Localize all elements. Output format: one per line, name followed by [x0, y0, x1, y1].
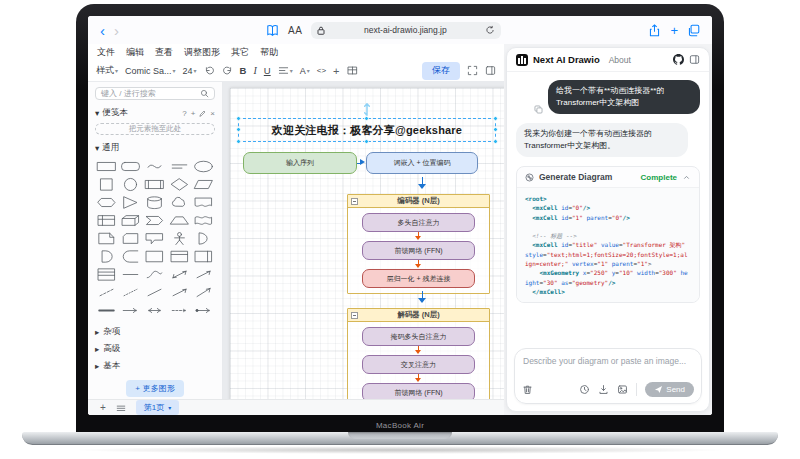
container-shape[interactable] — [143, 248, 166, 264]
menu-item[interactable]: 其它 — [231, 46, 249, 59]
embedding-node[interactable]: 词嵌入 + 位置编码 — [366, 152, 478, 174]
browser-forward-button[interactable]: › — [114, 23, 119, 38]
generate-diagram-header[interactable]: Generate Diagram Complete — [517, 167, 699, 187]
xml-code-block[interactable]: <root> <mxCell id="0"/> <mxCell id="1" p… — [517, 187, 699, 302]
font-size-dropdown[interactable]: 24▾ — [183, 66, 197, 76]
align-dropdown[interactable]: ▾ — [278, 65, 293, 76]
curve-shape[interactable] — [143, 266, 166, 282]
github-icon[interactable] — [673, 54, 684, 65]
pages-menu-icon[interactable] — [116, 403, 126, 413]
trapezoid-shape[interactable] — [168, 212, 191, 228]
actor-shape[interactable] — [168, 230, 191, 246]
square-shape[interactable] — [95, 176, 118, 192]
page-tab[interactable]: 第1页▾ — [136, 400, 179, 415]
browser-back-button[interactable]: ‹ — [100, 23, 105, 38]
rounded-rect-shape[interactable] — [119, 158, 142, 174]
selection-handle[interactable] — [493, 127, 498, 132]
save-button[interactable]: 保存 — [422, 62, 460, 80]
fullscreen-icon[interactable] — [467, 65, 478, 76]
diamond-shape[interactable] — [168, 176, 191, 192]
dashed-line-1-shape[interactable] — [95, 284, 118, 300]
container-title-shape[interactable] — [168, 248, 191, 264]
diagonal-arrow-shape[interactable] — [192, 266, 215, 282]
tabs-icon[interactable] — [687, 24, 700, 37]
rect-shape[interactable] — [95, 158, 118, 174]
image-icon[interactable] — [617, 384, 628, 395]
encoder-container[interactable]: 编码器 (N层) 多头自注意力前馈网络 (FFN)层归一化 + 残差连接 — [347, 194, 490, 294]
menu-item[interactable]: 文件 — [97, 46, 115, 59]
underline-button[interactable]: U — [264, 65, 271, 76]
heading-shape[interactable] — [168, 158, 191, 174]
add-page-button[interactable]: + — [100, 402, 106, 413]
tape-shape[interactable] — [192, 212, 215, 228]
download-icon[interactable] — [598, 384, 609, 395]
bold-button[interactable]: B — [240, 65, 247, 76]
or-shape[interactable] — [192, 230, 215, 246]
style-dropdown[interactable]: 样式▾ — [96, 64, 118, 77]
ellipse-shape[interactable] — [192, 158, 215, 174]
and-shape[interactable] — [95, 248, 118, 264]
diagram-node[interactable]: 前馈网络 (FFN) — [362, 241, 475, 260]
scratchpad-dropzone[interactable]: 把元素拖至此处 — [95, 123, 215, 135]
diagram-node[interactable]: 层归一化 + 残差连接 — [362, 269, 475, 288]
trash-icon[interactable] — [522, 384, 533, 395]
list-shape[interactable] — [95, 266, 118, 282]
selection-handle[interactable] — [364, 116, 369, 121]
line-thin-shape[interactable] — [143, 284, 166, 300]
redo-icon[interactable] — [222, 65, 233, 76]
text-size-button[interactable]: AA — [288, 25, 302, 36]
diagonal-arrow-2-shape[interactable] — [168, 284, 191, 300]
panel-toggle-icon[interactable] — [689, 54, 700, 65]
address-bar[interactable]: next-ai-drawio.jiang.jp — [311, 22, 501, 39]
scratchpad-section[interactable]: ▾ 便笺本 ? + × — [95, 107, 215, 119]
horizontal-line-shape[interactable] — [119, 266, 142, 282]
collapse-icon[interactable] — [351, 198, 358, 205]
share-icon[interactable] — [648, 24, 661, 37]
circle-shape[interactable] — [119, 176, 142, 192]
send-button[interactable]: Send — [645, 382, 694, 397]
new-tab-button[interactable]: + — [670, 23, 678, 38]
shape-search-input[interactable]: 键入 / 进行搜索 — [95, 87, 215, 100]
labeled-connector-shape[interactable] — [192, 302, 215, 318]
data-storage-shape[interactable] — [119, 248, 142, 264]
sidebar-section[interactable]: ▸基本 — [95, 357, 215, 374]
selection-handle[interactable] — [493, 116, 498, 121]
about-link[interactable]: About — [609, 55, 631, 65]
card-shape[interactable] — [119, 230, 142, 246]
selection-handle[interactable] — [236, 116, 241, 121]
note-shape[interactable] — [95, 230, 118, 246]
bidirectional-arrow-shape[interactable] — [168, 266, 191, 282]
directional-connector-shape[interactable] — [119, 302, 142, 318]
selection-handle[interactable] — [236, 127, 241, 132]
selection-handle[interactable] — [364, 139, 369, 144]
format-panel-toggle-icon[interactable] — [485, 65, 496, 76]
link-shape[interactable] — [95, 302, 118, 318]
triangle-shape[interactable] — [119, 194, 142, 210]
history-icon[interactable] — [579, 384, 590, 395]
selected-title-node[interactable]: 欢迎关注电报：极客分享@geekshare — [238, 118, 496, 142]
edit-pencil-icon[interactable] — [199, 110, 206, 117]
menu-item[interactable]: 查看 — [155, 46, 173, 59]
undo-icon[interactable] — [204, 65, 215, 76]
help-icon[interactable]: ? — [182, 109, 186, 118]
decoder-container[interactable]: 解码器 (N层) 掩码多头自注意力交叉注意力前馈网络 (FFN) — [347, 308, 490, 399]
dashed-line-2-shape[interactable] — [119, 284, 142, 300]
diagram-canvas[interactable]: 欢迎关注电报：极客分享@geekshare 输入序列 — [223, 82, 504, 399]
cube-shape[interactable] — [119, 212, 142, 228]
dashed-connector-shape[interactable] — [168, 302, 191, 318]
copy-icon[interactable] — [534, 105, 543, 114]
font-color-dropdown[interactable]: A▾ — [300, 66, 310, 76]
internal-storage-shape[interactable] — [95, 212, 118, 228]
cylinder-shape[interactable] — [143, 194, 166, 210]
text-shape[interactable] — [143, 158, 166, 174]
prompt-input[interactable] — [515, 349, 701, 375]
add-icon[interactable]: + — [191, 109, 196, 118]
selection-handle[interactable] — [493, 139, 498, 144]
bookmarks-icon[interactable] — [266, 24, 279, 37]
diagram-node[interactable]: 前馈网络 (FFN) — [362, 383, 475, 399]
more-shapes-button[interactable]: + 更多图形 — [126, 380, 184, 397]
menu-item[interactable]: 帮助 — [260, 46, 278, 59]
sidebar-section[interactable]: ▸高级 — [95, 340, 215, 357]
reload-icon[interactable] — [485, 25, 495, 35]
vertical-container-shape[interactable] — [192, 248, 215, 264]
